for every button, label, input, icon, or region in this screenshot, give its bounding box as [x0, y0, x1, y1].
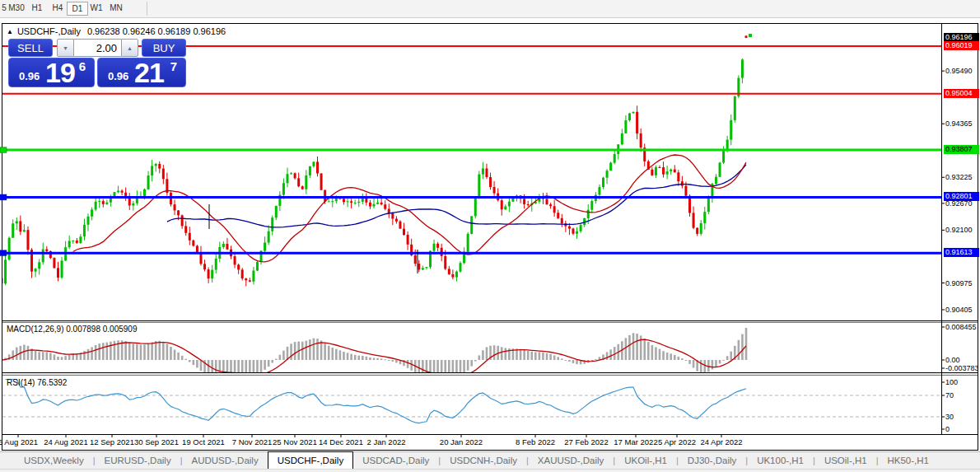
price-axis-box: 0.92801 — [944, 192, 979, 201]
date-axis-label: 20 Jan 2022 — [434, 437, 488, 446]
buy-price-pipette: 7 — [170, 59, 177, 73]
buy-button[interactable]: BUY — [142, 39, 186, 57]
rsi-axis-value: 70 — [945, 391, 978, 400]
timeframe-toolbar: 5M30H1H4D1W1MN — [0, 0, 980, 18]
macd-label: MACD(12,26,9) 0.007898 0.005909 — [7, 325, 137, 334]
price-axis-tick: 0.90975 — [945, 279, 979, 287]
chart-tab-eurusd-daily[interactable]: EURUSD-,Daily — [96, 452, 180, 470]
sell-price-pipette: 6 — [79, 59, 86, 73]
timeframe-mn[interactable]: MN — [106, 2, 126, 14]
date-axis-label: 27 Feb 2022 — [559, 437, 614, 446]
timeframe-d1[interactable]: D1 — [67, 2, 88, 16]
chart-tab-usdx-weekly[interactable]: USDX,Weekly — [15, 452, 93, 470]
date-axis-label: 2 Jan 2022 — [359, 437, 413, 446]
chart-tab-usoil-h1[interactable]: USOil-,H1 — [815, 452, 876, 470]
price-axis-box: 0.95004 — [944, 89, 979, 98]
buy-price-big-digits: 21 — [134, 57, 164, 89]
price-axis-tick: 0.94365 — [945, 119, 979, 128]
rsi-axis-value: 100 — [945, 378, 978, 386]
status-bar — [0, 469, 980, 472]
rsi-axis-value: 0 — [945, 425, 978, 433]
volume-decrease-button[interactable]: ▼ — [57, 39, 74, 57]
chart-tab-hk50-h1[interactable]: HK50-,H1 — [879, 452, 939, 470]
sell-button[interactable]: SELL — [8, 39, 53, 57]
timeframe-h1[interactable]: H1 — [27, 2, 47, 14]
toolbar-separator — [147, 2, 147, 16]
price-axis-box: 0.91613 — [944, 248, 979, 257]
sell-price-big-digits: 19 — [45, 57, 75, 89]
price-axis-tick: 0.90405 — [945, 306, 979, 314]
macd-axis-value: -0.003783 — [945, 364, 978, 372]
chart-tab-usdchf-daily[interactable]: USDCHF-,Daily — [268, 451, 354, 470]
price-axis-tick: 0.95490 — [945, 67, 979, 75]
chart-tab-usdcnh-daily[interactable]: USDCNH-,Daily — [441, 452, 526, 470]
macd-axis-value: 0.00 — [945, 356, 978, 364]
date-axis-label: 8 Feb 2022 — [508, 437, 562, 446]
timeframe-w1[interactable]: W1 — [86, 2, 106, 14]
chart-tab-audusd-daily[interactable]: AUDUSD-,Daily — [183, 452, 268, 470]
timeframe-m30[interactable]: M30 — [7, 2, 26, 14]
arrow-down-icon: ▼ — [63, 45, 68, 51]
volume-increase-button[interactable]: ▲ — [121, 39, 138, 57]
price-axis-box: 0.93807 — [944, 145, 979, 154]
sell-price-tile[interactable]: 0.96 19 6 — [8, 58, 95, 87]
ohlc-values: 0.96238 0.96246 0.96189 0.96196 — [87, 26, 226, 36]
buy-price-tile[interactable]: 0.96 21 7 — [97, 58, 186, 87]
timeframe-h4[interactable]: H4 — [48, 2, 68, 14]
collapse-arrow-icon[interactable]: ▲ — [7, 28, 13, 35]
date-axis-label: 24 Apr 2022 — [694, 437, 749, 446]
price-axis-tick: 0.93225 — [945, 173, 979, 181]
rsi-axis-value: 30 — [945, 413, 978, 421]
price-axis-box: 0.96019 — [944, 41, 979, 50]
price-axis-tick: 0.92100 — [945, 226, 979, 234]
one-click-trading-panel: SELL ▼ ▲ BUY 0.96 19 6 0.96 21 7 — [7, 37, 188, 88]
rsi-label: RSI(14) 76.5392 — [7, 378, 67, 387]
chart-tab-xauusd-daily[interactable]: XAUUSD-,Daily — [529, 452, 614, 470]
macd-axis-value: 0.008455 — [945, 323, 978, 331]
chart-tab-uk100-h1[interactable]: UK100-,H1 — [748, 452, 813, 470]
chart-tab-usdcad-daily[interactable]: USDCAD-,Daily — [353, 452, 438, 470]
chart-tab-dj30-daily[interactable]: DJ30-,Daily — [679, 452, 745, 470]
chart-tab-bar: USDX,Weekly|EURUSD-,Daily|AUDUSD-,DailyU… — [0, 451, 980, 470]
chart-title: ▲USDCHF-,Daily0.96238 0.96246 0.96189 0.… — [7, 26, 226, 36]
arrow-up-icon: ▲ — [127, 45, 133, 51]
chart-tab-ukoil-h1[interactable]: UKOil-,H1 — [615, 452, 676, 470]
volume-input[interactable] — [74, 39, 121, 57]
sell-price-prefix: 0.96 — [19, 70, 40, 82]
ask-marker-dot — [749, 34, 752, 37]
date-axis-label: 19 Oct 2021 — [176, 437, 231, 446]
buy-price-prefix: 0.96 — [108, 70, 128, 82]
symbol-period-label: USDCHF-,Daily — [17, 26, 81, 36]
